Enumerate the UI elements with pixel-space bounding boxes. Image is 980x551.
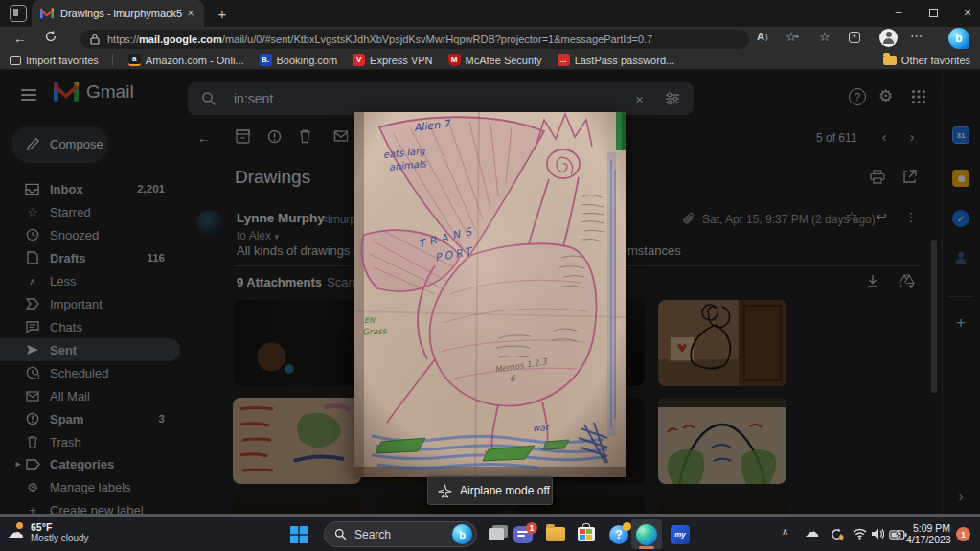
new-tab-button[interactable]: + bbox=[213, 4, 232, 23]
edge-icon bbox=[636, 524, 657, 545]
screen: Drawings - lmurphymack5@gma × + – × ← ht… bbox=[0, 0, 980, 551]
browser-tab-strip: Drawings - lmurphymack5@gma × + – × bbox=[0, 0, 980, 27]
favorites-bar-icon[interactable]: ☆ bbox=[819, 30, 831, 44]
help-app-icon: ? bbox=[609, 525, 628, 544]
clock-widget[interactable]: 5:09 PM 4/17/2023 bbox=[906, 522, 950, 545]
collections-icon[interactable]: + bbox=[849, 32, 860, 43]
weather-temp: 65°F bbox=[31, 521, 89, 533]
booking-icon: B. bbox=[260, 54, 272, 66]
edge-active-indicator bbox=[639, 546, 654, 549]
taskbar-search-label: Search bbox=[354, 528, 452, 541]
url-text: https://mail.google.com/mail/u/0/#sent/K… bbox=[107, 34, 652, 45]
weather-condition: Mostly cloudy bbox=[31, 533, 89, 543]
gmail-favicon-icon bbox=[40, 8, 54, 19]
refresh-icon[interactable] bbox=[44, 30, 57, 43]
microsoft-store-icon bbox=[578, 527, 595, 541]
blue-script-app-button[interactable]: my bbox=[665, 519, 695, 549]
file-explorer-button[interactable] bbox=[540, 519, 571, 549]
amazon-icon: a bbox=[128, 54, 141, 66]
back-icon[interactable]: ← bbox=[10, 29, 31, 48]
mcafee-shield-icon: M bbox=[448, 54, 461, 66]
airplane-mode-tooltip: Airplane mode off bbox=[427, 476, 553, 505]
favorite-expressvpn[interactable]: V Express VPN bbox=[353, 54, 432, 66]
window-maximize-button[interactable] bbox=[916, 0, 950, 25]
battery-charging-icon[interactable] bbox=[889, 530, 907, 540]
favorite-amazon[interactable]: a Amazon.com - Onli... bbox=[128, 54, 244, 66]
search-bing-icon: b bbox=[452, 524, 472, 544]
maximize-icon bbox=[929, 9, 938, 17]
add-favorite-star-icon[interactable]: ☆+ bbox=[786, 30, 799, 44]
start-button[interactable] bbox=[284, 519, 314, 549]
avatar-body bbox=[883, 38, 894, 44]
taskbar-search-icon bbox=[334, 528, 347, 540]
teams-badge: 1 bbox=[526, 522, 537, 534]
file-explorer-icon bbox=[546, 527, 565, 541]
lastpass-icon: ... bbox=[558, 54, 570, 66]
teams-chat-icon: 1 bbox=[513, 526, 533, 543]
read-aloud-icon[interactable]: A) bbox=[757, 31, 768, 42]
browser-menu-icon[interactable]: ⋯ bbox=[910, 29, 923, 43]
weather-text: 65°F Mostly cloudy bbox=[31, 521, 89, 543]
window-minimize-button[interactable]: – bbox=[881, 0, 916, 25]
tray-time: 5:09 PM bbox=[906, 522, 950, 534]
tray-expand-chevron-icon[interactable]: ∧ bbox=[782, 526, 788, 537]
bing-chat-icon[interactable]: b bbox=[948, 28, 969, 49]
browser-tab[interactable]: Drawings - lmurphymack5@gma × bbox=[32, 0, 204, 27]
taskbar: ☁ 65°F Mostly cloudy Search b bbox=[0, 517, 980, 551]
edge-taskbar-button[interactable] bbox=[631, 519, 662, 549]
projector-image[interactable]: Alien 7 eats larg animals TRANS PORT EN … bbox=[354, 112, 626, 477]
taskbar-search-box[interactable]: Search b bbox=[324, 521, 477, 547]
favorite-mcafee[interactable]: M McAfee Security bbox=[448, 54, 542, 66]
blue-script-app-icon: my bbox=[671, 525, 690, 544]
task-view-icon bbox=[489, 528, 504, 540]
import-favorites-icon bbox=[10, 56, 21, 65]
weather-cloud-icon: ☁ bbox=[8, 522, 24, 542]
favorites-bar: Import favorites a Amazon.com - Onli... … bbox=[0, 51, 980, 70]
volume-icon[interactable] bbox=[871, 528, 884, 540]
favorites-divider bbox=[112, 54, 113, 66]
favorite-import[interactable]: Import favorites bbox=[10, 55, 99, 66]
wifi-icon[interactable] bbox=[853, 528, 867, 540]
favorite-booking[interactable]: B. Booking.com bbox=[260, 54, 338, 66]
expressvpn-icon: V bbox=[353, 54, 365, 66]
windows-start-icon bbox=[290, 526, 308, 543]
favorite-lastpass[interactable]: ... LastPass password... bbox=[558, 54, 675, 66]
avatar-head bbox=[886, 32, 892, 37]
notification-count-badge[interactable]: 1 bbox=[956, 527, 970, 541]
other-favorites[interactable]: Other favorites bbox=[883, 55, 970, 66]
browser-toolbar: ← https://mail.google.com/mail/u/0/#sent… bbox=[0, 27, 980, 51]
airplane-icon bbox=[438, 484, 452, 498]
profile-avatar-icon[interactable] bbox=[879, 29, 898, 47]
tab-actions-icon[interactable] bbox=[10, 5, 27, 22]
help-app-button[interactable]: ? bbox=[604, 519, 634, 549]
tab-close-icon[interactable]: × bbox=[183, 7, 198, 20]
lock-icon bbox=[90, 34, 100, 45]
drawing-photo: Alien 7 eats larg animals TRANS PORT EN … bbox=[354, 112, 626, 477]
window-close-button[interactable]: × bbox=[950, 0, 980, 25]
tab-title: Drawings - lmurphymack5@gma bbox=[60, 8, 183, 19]
sync-update-icon[interactable] bbox=[830, 527, 844, 541]
folder-icon bbox=[883, 56, 897, 65]
airplane-tooltip-text: Airplane mode off bbox=[460, 484, 550, 497]
onedrive-cloud-icon[interactable]: ☁ bbox=[805, 523, 819, 540]
address-bar[interactable]: https://mail.google.com/mail/u/0/#sent/K… bbox=[80, 30, 749, 49]
weather-widget[interactable]: ☁ 65°F Mostly cloudy bbox=[8, 521, 89, 543]
tray-date: 4/17/2023 bbox=[906, 534, 950, 545]
teams-chat-button[interactable]: 1 bbox=[508, 519, 538, 549]
microsoft-store-button[interactable] bbox=[571, 519, 602, 549]
